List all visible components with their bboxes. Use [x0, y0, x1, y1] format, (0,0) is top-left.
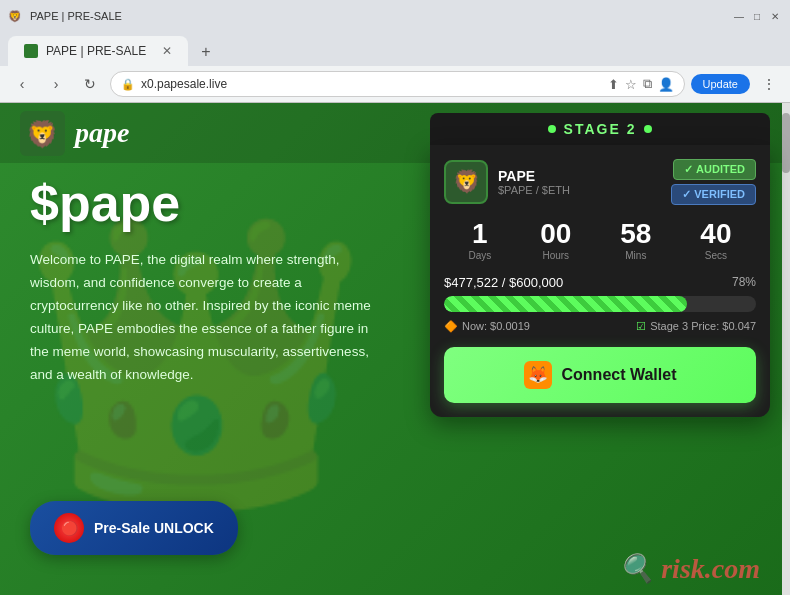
countdown-days: 1 Days: [468, 219, 491, 261]
countdown-days-label: Days: [468, 250, 491, 261]
logo-area: 🦁 pape: [20, 111, 129, 156]
hero-title: $pape: [30, 173, 390, 233]
connect-wallet-button[interactable]: 🦊 Connect Wallet: [444, 347, 756, 403]
maximize-button[interactable]: □: [750, 9, 764, 23]
left-content: $pape Welcome to PAPE, the digital realm…: [30, 173, 390, 387]
countdown-mins: 58 Mins: [620, 219, 651, 261]
svg-text:🦁: 🦁: [26, 118, 59, 150]
presale-btn-label: Pre-Sale UNLOCK: [94, 520, 214, 536]
watermark-icon: 🔍: [619, 553, 654, 584]
address-bar-row: ‹ › ↻ 🔒 x0.papesale.live ⬆ ☆ ⧉ 👤 Update …: [0, 66, 790, 102]
page-content: 👑 🦁 pape $pape Welcome to PAPE, the digi…: [0, 103, 790, 595]
title-bar-text: PAPE | PRE-SALE: [30, 10, 122, 22]
address-box[interactable]: 🔒 x0.papesale.live ⬆ ☆ ⧉ 👤: [110, 71, 685, 97]
token-info: PAPE $PAPE / $ETH: [498, 168, 671, 196]
logo-text: pape: [75, 117, 129, 149]
connect-wallet-label: Connect Wallet: [562, 366, 677, 384]
window-controls: — □ ✕: [732, 9, 782, 23]
profile-icon[interactable]: 👤: [658, 77, 674, 92]
back-button[interactable]: ‹: [8, 70, 36, 98]
watermark-text: risk.com: [661, 553, 760, 584]
url-text: x0.papesale.live: [141, 77, 602, 91]
badges: ✓ AUDITED ✓ VERIFIED: [671, 159, 756, 205]
connect-wallet-icon: 🦊: [524, 361, 552, 389]
progress-label-row: $477,522 / $600,000 78%: [444, 275, 756, 290]
tab-bar: PAPE | PRE-SALE ✕ +: [0, 32, 790, 66]
logo-image: 🦁: [20, 111, 65, 156]
stage-dot-left: [548, 125, 556, 133]
stage-label: STAGE 2: [564, 121, 637, 137]
refresh-button[interactable]: ↻: [76, 70, 104, 98]
tab-title: PAPE | PRE-SALE: [46, 44, 146, 58]
token-row: 🦁 PAPE $PAPE / $ETH ✓ AUDITED ✓ VERIFIED: [444, 159, 756, 205]
countdown-hours-label: Hours: [540, 250, 571, 261]
stage-banner: STAGE 2: [430, 113, 770, 145]
stage3-check-icon: ☑: [636, 320, 646, 333]
countdown-row: 1 Days 00 Hours 58 Mins 40 Secs: [444, 219, 756, 261]
title-bar: 🦁 PAPE | PRE-SALE — □ ✕: [0, 0, 790, 32]
progress-pct: 78%: [732, 275, 756, 290]
countdown-secs: 40 Secs: [700, 219, 731, 261]
share-icon[interactable]: ⬆: [608, 77, 619, 92]
address-bar-icons: ⬆ ☆ ⧉ 👤: [608, 76, 674, 92]
progress-bar-fill: [444, 296, 687, 312]
menu-icon[interactable]: ⋮: [756, 71, 782, 97]
lock-icon: 🔒: [121, 78, 135, 91]
active-tab[interactable]: PAPE | PRE-SALE ✕: [8, 36, 188, 66]
presale-card: 🦁 PAPE $PAPE / $ETH ✓ AUDITED ✓ VERIFIED…: [430, 145, 770, 417]
update-button[interactable]: Update: [691, 74, 750, 94]
price-now: 🔶 Now: $0.0019: [444, 320, 530, 333]
hero-description: Welcome to PAPE, the digital realm where…: [30, 249, 390, 387]
extensions-icon[interactable]: ⧉: [643, 76, 652, 92]
token-avatar: 🦁: [444, 160, 488, 204]
progress-bar-bg: [444, 296, 756, 312]
countdown-mins-label: Mins: [620, 250, 651, 261]
countdown-hours: 00 Hours: [540, 219, 571, 261]
tab-close-button[interactable]: ✕: [162, 44, 172, 58]
price-now-dot: 🔶: [444, 320, 458, 333]
stage-dot-right: [644, 125, 652, 133]
countdown-secs-label: Secs: [700, 250, 731, 261]
right-panel: STAGE 2 🦁 PAPE $PAPE / $ETH ✓ AUDITED ✓ …: [430, 113, 770, 417]
price-now-label: Now: $0.0019: [462, 320, 530, 332]
presale-icon: 🔴: [54, 513, 84, 543]
countdown-mins-value: 58: [620, 219, 651, 250]
watermark: 🔍 risk.com: [619, 552, 760, 585]
scrollbar-thumb[interactable]: [782, 113, 790, 173]
star-icon[interactable]: ☆: [625, 77, 637, 92]
presale-unlock-button[interactable]: 🔴 Pre-Sale UNLOCK: [30, 501, 238, 555]
verified-badge: ✓ VERIFIED: [671, 184, 756, 205]
browser-chrome: 🦁 PAPE | PRE-SALE — □ ✕ PAPE | PRE-SALE …: [0, 0, 790, 103]
tab-favicon: [24, 44, 38, 58]
token-pair: $PAPE / $ETH: [498, 184, 671, 196]
raised-text: $477,522 / $600,000: [444, 275, 563, 290]
new-tab-button[interactable]: +: [192, 38, 220, 66]
token-name: PAPE: [498, 168, 671, 184]
close-button[interactable]: ✕: [768, 9, 782, 23]
price-stage3-label: Stage 3 Price: $0.047: [650, 320, 756, 332]
price-row: 🔶 Now: $0.0019 ☑ Stage 3 Price: $0.047: [444, 320, 756, 333]
countdown-hours-value: 00: [540, 219, 571, 250]
scrollbar[interactable]: [782, 103, 790, 595]
countdown-secs-value: 40: [700, 219, 731, 250]
audited-badge: ✓ AUDITED: [673, 159, 756, 180]
countdown-days-value: 1: [468, 219, 491, 250]
forward-button[interactable]: ›: [42, 70, 70, 98]
tab-favicon-small: 🦁: [8, 10, 22, 23]
minimize-button[interactable]: —: [732, 9, 746, 23]
price-stage3: ☑ Stage 3 Price: $0.047: [636, 320, 756, 333]
